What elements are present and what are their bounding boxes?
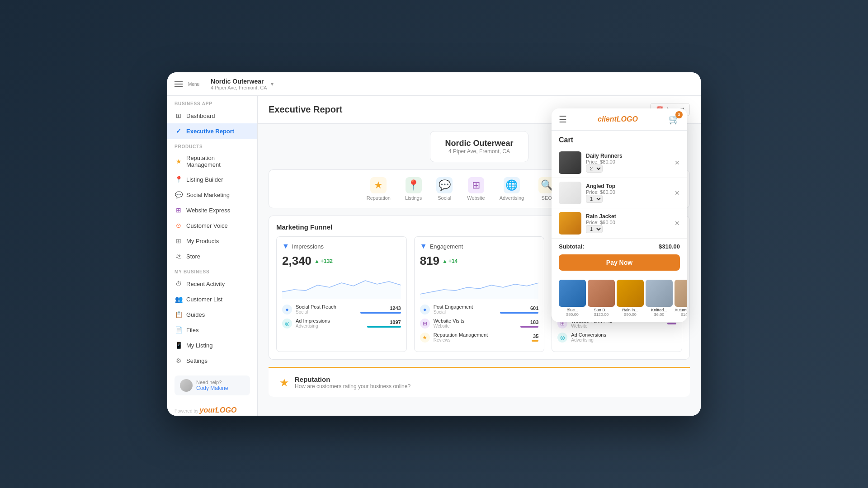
website-visits-source: Website (434, 324, 517, 328)
help-text: Need help? (196, 380, 228, 385)
engagement-change: ▲ +14 (442, 258, 458, 264)
cart-icon-button[interactable]: 🛒 3 (669, 114, 680, 125)
icon-listings[interactable]: 📍 Listings (405, 177, 422, 201)
thumb-0[interactable]: Blue... $80.00 (559, 280, 586, 317)
post-engagement-bar (500, 312, 538, 314)
dashboard-icon: ⊞ (175, 112, 183, 120)
website-visits-bar (520, 326, 538, 328)
help-section: Need help? Cody Malone (175, 375, 250, 395)
website-visits-icon: ⊞ (420, 319, 430, 328)
cart-logo: clientLOGO (598, 115, 638, 123)
sidebar-item-settings[interactable]: ⚙ Settings (167, 353, 257, 368)
cart-item-2-qty-select[interactable]: 123 (586, 225, 603, 233)
menu-button[interactable] (175, 81, 183, 87)
reputation-mgmt-name: Reputation Management (434, 332, 528, 338)
subtotal-label: Subtotal: (559, 243, 584, 250)
thumb-1[interactable]: Sun D... $120.00 (588, 280, 615, 317)
pay-now-button[interactable]: Pay Now (559, 254, 680, 271)
sidebar-item-voice[interactable]: ⊙ Customer Voice (167, 218, 257, 233)
cart-item-0-price: Price: $80.00 (586, 159, 670, 164)
reputation-mgmt-labels: Reputation Management Reviews (434, 332, 528, 343)
thumb-3[interactable]: Knitted... $6.00 (646, 280, 673, 317)
recent-icon: ⏱ (175, 280, 183, 288)
sidebar-item-files[interactable]: 📄 Files (167, 322, 257, 338)
engagement-arrow-icon: ▼ (420, 242, 427, 250)
cart-item-1-qty-select[interactable]: 123 (586, 195, 603, 203)
icon-social[interactable]: 💬 Social (436, 177, 453, 201)
store-icon: 🛍 (175, 252, 183, 260)
website-icon: ⊞ (175, 206, 183, 214)
sidebar-item-dashboard[interactable]: ⊞ Dashboard (167, 108, 257, 123)
sidebar-item-recent[interactable]: ⏱ Recent Activity (167, 276, 257, 291)
icon-website[interactable]: ⊞ Website (467, 177, 485, 201)
metric-social-reach: ● Social Post Reach Social 1243 (282, 304, 401, 314)
ad-impressions-bar-col: 1097 (367, 319, 401, 328)
sidebar-item-store[interactable]: 🛍 Store (167, 249, 257, 264)
cart-item-1-name: Angled Top (586, 183, 670, 189)
impressions-value: 2,340 ▲ +132 (282, 254, 401, 268)
impressions-header: ▼ Impressions (282, 242, 401, 250)
settings-icon: ⚙ (175, 357, 183, 365)
sidebar-item-my-products[interactable]: ⊞ My Products (167, 233, 257, 249)
executive-report-icon: ✓ (175, 127, 183, 135)
thumb-4[interactable]: Autumn Jacket $140.00 (675, 280, 687, 317)
sidebar-item-website[interactable]: ⊞ Website Express (167, 202, 257, 218)
cart-item-0: Daily Runners Price: $80.00 123 ✕ (552, 148, 687, 178)
impressions-title: Impressions (292, 243, 324, 250)
ad-conversions-icon: ◎ (557, 333, 567, 343)
cart-item-0-info: Daily Runners Price: $80.00 123 (586, 153, 670, 173)
sidebar-item-reputation[interactable]: ★ Reputation Management (167, 151, 257, 172)
files-icon: 📄 (175, 326, 183, 334)
sidebar-item-executive-report[interactable]: ✓ Executive Report (167, 123, 257, 139)
thumb-4-image (675, 280, 687, 307)
cart-item-2: Rain Jacket Price: $90.00 123 ✕ (552, 208, 687, 239)
website-visits-labels: Website Visits Website (434, 318, 517, 328)
my-listing-label: My Listing (186, 342, 213, 349)
sidebar-section-my-business: MY BUSINESS (167, 264, 257, 276)
sidebar-item-guides[interactable]: 📋 Guides (167, 307, 257, 322)
social-reach-labels: Social Post Reach Social (296, 304, 357, 314)
icon-advertising[interactable]: 🌐 Advertising (500, 177, 524, 201)
cart-item-0-qty-select[interactable]: 123 (586, 164, 603, 173)
ad-impressions-source: Advertising (296, 324, 363, 328)
ad-conversions-source: Advertising (571, 338, 673, 343)
thumb-2-image (617, 280, 644, 307)
thumb-1-price: $120.00 (588, 312, 615, 317)
sidebar-item-my-listing[interactable]: 📱 My Listing (167, 338, 257, 353)
powered-by: Powered by yourLOGO (167, 403, 257, 416)
cart-item-1-remove[interactable]: ✕ (675, 189, 680, 197)
sidebar-item-social[interactable]: 💬 Social Marketing (167, 187, 257, 202)
ad-conversions-labels: Ad Conversions Advertising (571, 332, 673, 343)
business-address: 4 Piper Ave, Fremont, CA (445, 148, 513, 155)
social-circle-icon: 💬 (436, 177, 453, 193)
website-visits-value: 183 (530, 319, 538, 325)
cart-subtotal: Subtotal: $310.00 (552, 239, 687, 254)
icon-reputation[interactable]: ★ Reputation (367, 177, 391, 201)
cart-overlay: ☰ clientLOGO 🛒 3 Cart Daily Runners Pric… (552, 108, 687, 322)
thumb-2[interactable]: Rain in... $90.00 (617, 280, 644, 317)
website-visits-bar-col: 183 (520, 319, 538, 328)
listings-circle-icon: 📍 (406, 177, 422, 193)
engagement-header: ▼ Engagement (420, 242, 539, 250)
recent-label: Recent Activity (186, 281, 225, 287)
social-label: Social Marketing (186, 192, 230, 198)
cart-item-2-name: Rain Jacket (586, 213, 670, 220)
social-icon-label: Social (438, 195, 451, 201)
customers-icon: 👥 (175, 295, 183, 303)
social-reach-bar-col: 1243 (360, 305, 401, 314)
cart-hamburger-button[interactable]: ☰ (559, 114, 567, 125)
cart-item-2-remove[interactable]: ✕ (675, 220, 680, 227)
impressions-chart (282, 272, 401, 299)
sidebar-item-customers[interactable]: 👥 Customer List (167, 291, 257, 307)
store-dropdown-icon[interactable]: ▾ (271, 81, 274, 87)
cart-item-0-name: Daily Runners (586, 153, 670, 159)
thumb-0-name: Blue... (559, 308, 586, 312)
business-name: Nordic Outerwear (445, 139, 513, 148)
funnel-engagement: ▼ Engagement 819 ▲ +14 (414, 236, 545, 352)
sidebar-item-listing[interactable]: 📍 Listing Builder (167, 172, 257, 187)
thumb-2-name: Rain in... (617, 308, 644, 312)
thumb-3-name: Knitted... (646, 308, 673, 312)
cart-item-0-remove[interactable]: ✕ (675, 159, 680, 166)
help-name[interactable]: Cody Malone (196, 385, 228, 391)
reputation-icon-label: Reputation (367, 195, 391, 201)
